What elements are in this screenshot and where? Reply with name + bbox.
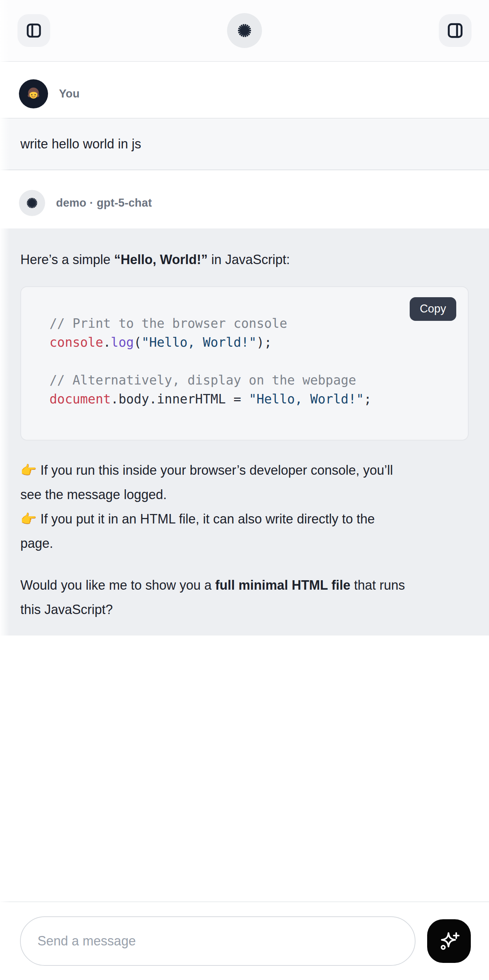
code-line: document.body.innerHTML = "Hello, World!… <box>49 390 453 409</box>
assistant-notes-text: 👉 If you run this inside your browser’s … <box>21 458 468 555</box>
conversation: You write hello world in js demo · gpt-5… <box>0 79 489 635</box>
code-line: // Print to the browser console <box>49 314 453 333</box>
code-line <box>49 352 453 371</box>
user-author-row: You <box>0 79 489 108</box>
panel-right-icon <box>446 22 464 39</box>
assistant-author-label: demo · gpt-5-chat <box>56 196 152 210</box>
sidebar-toggle-button[interactable] <box>18 14 50 47</box>
panel-left-icon <box>25 22 42 39</box>
code-line: console.log("Hello, World!"); <box>49 333 453 352</box>
assistant-avatar <box>19 190 45 216</box>
user-message: write hello world in js <box>0 118 489 170</box>
top-bar <box>0 0 489 62</box>
assistant-followup-text: Would you like me to show you a full min… <box>21 573 468 622</box>
copy-code-button[interactable]: Copy <box>410 297 456 321</box>
user-avatar <box>19 79 48 108</box>
send-button[interactable] <box>427 919 471 963</box>
code-line: // Alternatively, display on the webpage <box>49 371 453 390</box>
starburst-icon <box>25 196 39 210</box>
assistant-message: Here’s a simple “Hello, World!” in JavaS… <box>0 228 489 635</box>
assistant-intro-text: Here’s a simple “Hello, World!” in JavaS… <box>21 247 468 272</box>
message-input[interactable] <box>20 916 416 966</box>
user-message-text: write hello world in js <box>21 137 141 151</box>
user-author-label: You <box>59 87 80 100</box>
composer-bar <box>0 901 489 980</box>
sparkle-icon <box>437 929 461 953</box>
code-block: Copy // Print to the browser console con… <box>21 286 468 441</box>
logo-button[interactable] <box>227 13 262 48</box>
assistant-author-row: demo · gpt-5-chat <box>0 190 489 216</box>
right-panel-toggle-button[interactable] <box>439 14 471 47</box>
starburst-logo-icon <box>236 22 253 39</box>
person-emoji-icon <box>25 85 42 103</box>
